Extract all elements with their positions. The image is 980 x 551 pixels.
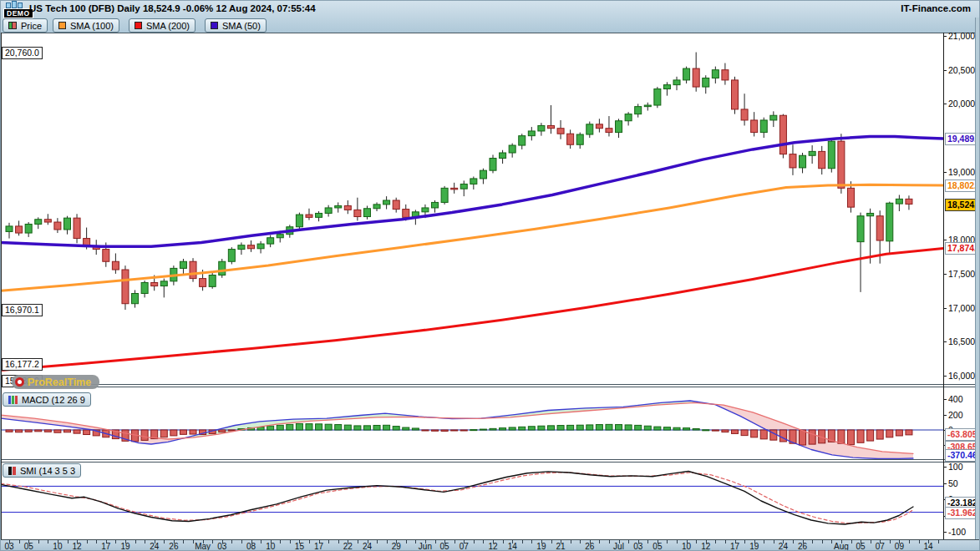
candle-body bbox=[567, 134, 574, 144]
candle-body bbox=[606, 129, 612, 133]
sma50-line bbox=[1, 137, 943, 247]
left-axis-line bbox=[1, 33, 2, 539]
macd-histogram-bar bbox=[538, 426, 545, 430]
candle-body bbox=[35, 220, 42, 225]
time-tick bbox=[96, 540, 97, 543]
smi-legend-button[interactable]: SMI (14 3 5 3 bbox=[3, 463, 81, 478]
time-tick-label: 09 bbox=[895, 542, 904, 551]
candle-body bbox=[886, 203, 893, 241]
time-tick bbox=[183, 540, 184, 543]
time-tick-label: 14 bbox=[924, 542, 933, 551]
macd-histogram-bar bbox=[576, 425, 583, 430]
brand-link[interactable]: IT-Finance.com bbox=[901, 3, 971, 13]
candle-body bbox=[316, 213, 322, 217]
time-tick bbox=[48, 540, 48, 543]
macd-histogram-bar bbox=[35, 430, 42, 432]
legend-sma200-button[interactable]: SMA (200) bbox=[129, 18, 195, 33]
candle-body bbox=[63, 218, 70, 230]
axis-tick bbox=[943, 376, 947, 377]
smi-line bbox=[1, 472, 913, 525]
macd-histogram-bar bbox=[373, 425, 380, 430]
smi-chart-canvas[interactable] bbox=[1, 463, 943, 538]
axis-tick-label: 21,000 bbox=[948, 31, 975, 41]
candle-body bbox=[663, 85, 670, 89]
price-icon bbox=[8, 22, 17, 29]
macd-histogram-bar bbox=[287, 424, 293, 430]
macd-histogram-bar bbox=[25, 430, 32, 432]
time-tick-label: 26 bbox=[585, 542, 594, 551]
macd-histogram-bar bbox=[393, 427, 399, 430]
macd-histogram-bar bbox=[519, 427, 526, 430]
candle-body bbox=[296, 215, 302, 227]
mini-candle bbox=[18, 3, 23, 8]
candle-body bbox=[867, 213, 874, 215]
time-tick bbox=[919, 540, 920, 543]
macd-histogram-bar bbox=[160, 430, 167, 437]
candle-body bbox=[325, 208, 332, 214]
time-axis[interactable]: 0305101217192426May0308101517222429Jun05… bbox=[1, 539, 980, 551]
macd-histogram-bar bbox=[876, 430, 883, 439]
candle-body bbox=[500, 153, 506, 159]
price-chart-canvas[interactable] bbox=[1, 33, 943, 384]
axis-tick-label: 16,500 bbox=[948, 336, 975, 346]
candle-body bbox=[25, 224, 32, 233]
macd-histogram-bar bbox=[838, 430, 845, 443]
candle-body bbox=[838, 141, 845, 188]
candle-body bbox=[528, 131, 535, 136]
macd-histogram-bar bbox=[732, 430, 739, 433]
axis-tick-label: 20,000 bbox=[948, 99, 975, 109]
time-tick bbox=[764, 540, 764, 543]
macd-histogram-bar bbox=[654, 427, 661, 430]
time-tick bbox=[851, 540, 852, 543]
axis-tick bbox=[943, 70, 947, 71]
instrument-title: US Tech 100 (DFB) Daily 18,524.9 -0.06% … bbox=[29, 3, 316, 13]
macd-histogram-bar bbox=[663, 427, 670, 430]
macd-histogram-bar bbox=[557, 426, 564, 430]
candle-body bbox=[160, 281, 167, 286]
candle-body bbox=[248, 245, 255, 249]
candle-body bbox=[219, 261, 226, 275]
legend-price-label: Price bbox=[21, 21, 42, 31]
macd-histogram-bar bbox=[54, 430, 61, 432]
legend-price-button[interactable]: Price bbox=[3, 18, 48, 33]
axis-tick-label: 19,000 bbox=[948, 167, 975, 177]
legend-sma50-button[interactable]: SMA (50) bbox=[205, 18, 267, 33]
candle-body bbox=[625, 114, 632, 121]
macd-histogram-bar bbox=[403, 427, 409, 430]
macd-histogram-bar bbox=[712, 430, 718, 431]
time-tick bbox=[503, 540, 504, 543]
macd-histogram-bar bbox=[528, 427, 535, 430]
macd-histogram-bar bbox=[460, 430, 467, 431]
macd-histogram-bar bbox=[422, 430, 429, 431]
mini-candle bbox=[6, 3, 11, 8]
macd-histogram-bar bbox=[383, 425, 390, 430]
candle-body bbox=[228, 250, 235, 262]
macd-histogram-bar bbox=[412, 428, 419, 430]
macd-histogram-bar bbox=[500, 428, 506, 430]
time-tick bbox=[609, 540, 610, 543]
panel-separator[interactable] bbox=[1, 459, 975, 463]
candle-body bbox=[596, 124, 602, 129]
candle-body bbox=[616, 121, 622, 133]
panel-separator[interactable] bbox=[1, 384, 975, 387]
legend-sma100-button[interactable]: SMA (100) bbox=[53, 18, 119, 33]
macd-chart-canvas[interactable] bbox=[1, 387, 943, 459]
time-tick bbox=[38, 540, 39, 543]
time-tick bbox=[309, 540, 310, 543]
macd-histogram-bar bbox=[180, 430, 186, 434]
prorealtime-watermark[interactable]: ProRealTime bbox=[12, 375, 99, 389]
time-tick bbox=[822, 540, 823, 543]
macd-histogram-bar bbox=[316, 424, 322, 430]
candle-body bbox=[693, 68, 699, 87]
candle-body bbox=[819, 151, 825, 168]
macd-histogram-bar bbox=[190, 430, 196, 434]
time-tick-label: 17 bbox=[101, 542, 110, 551]
candle-body bbox=[490, 159, 496, 171]
candle-body bbox=[576, 134, 583, 144]
macd-legend-button[interactable]: MACD (12 26 9 bbox=[3, 392, 91, 407]
time-tick bbox=[871, 540, 871, 543]
macd-histogram-bar bbox=[616, 425, 622, 430]
macd-histogram-bar bbox=[693, 429, 699, 430]
macd-histogram-bar bbox=[741, 430, 748, 436]
macd-histogram-bar bbox=[857, 430, 864, 442]
